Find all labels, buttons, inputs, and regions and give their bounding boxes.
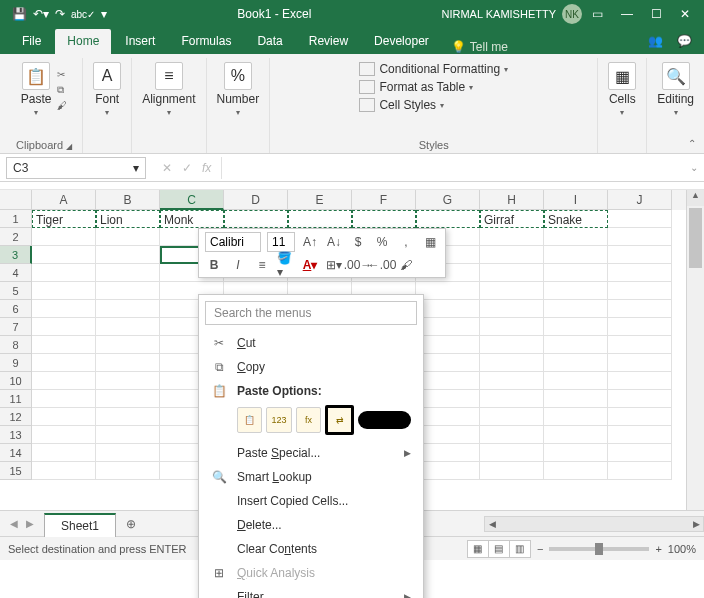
accounting-icon[interactable]: $: [349, 233, 367, 251]
minimize-icon[interactable]: —: [621, 7, 633, 21]
format-as-table[interactable]: Format as Table ▾: [359, 80, 508, 94]
new-sheet-icon[interactable]: ⊕: [116, 517, 146, 531]
view-buttons[interactable]: ▦▤▥: [468, 540, 531, 558]
bold-icon[interactable]: B: [205, 256, 223, 274]
col-header[interactable]: A: [32, 190, 96, 210]
col-header[interactable]: G: [416, 190, 480, 210]
col-header[interactable]: B: [96, 190, 160, 210]
scroll-up-icon[interactable]: ▲: [687, 190, 704, 206]
format-table-icon[interactable]: ▦: [421, 233, 439, 251]
tell-me[interactable]: 💡Tell me: [451, 40, 508, 54]
tab-developer[interactable]: Developer: [362, 29, 441, 54]
format-painter-icon[interactable]: 🖌: [57, 100, 67, 111]
fx-icon[interactable]: fx: [202, 161, 211, 175]
row-header[interactable]: 5: [0, 282, 32, 300]
expand-formula-bar-icon[interactable]: ⌄: [684, 162, 704, 173]
close-icon[interactable]: ✕: [680, 7, 690, 21]
menu-search[interactable]: Search the menus: [205, 301, 417, 325]
tab-review[interactable]: Review: [297, 29, 360, 54]
vertical-scrollbar[interactable]: ▲: [686, 190, 704, 510]
cell[interactable]: [416, 210, 480, 228]
cell[interactable]: Snake: [544, 210, 608, 228]
row-header[interactable]: 8: [0, 336, 32, 354]
row-header[interactable]: 1: [0, 210, 32, 228]
increase-decimal-icon[interactable]: .00→: [349, 256, 367, 274]
row-header[interactable]: 11: [0, 390, 32, 408]
cell[interactable]: Monk: [160, 210, 224, 228]
dialog-launcher-icon[interactable]: ◢: [66, 142, 72, 151]
col-header[interactable]: J: [608, 190, 672, 210]
menu-clear-contents[interactable]: Clear Contents: [199, 537, 423, 561]
tab-home[interactable]: Home: [55, 29, 111, 54]
fill-color-icon[interactable]: 🪣▾: [277, 256, 295, 274]
undo-icon[interactable]: ↶▾: [33, 7, 49, 21]
chevron-down-icon[interactable]: ▾: [133, 161, 139, 175]
prev-sheet-icon[interactable]: ◀: [10, 518, 18, 529]
user-avatar[interactable]: NK: [562, 4, 582, 24]
zoom-slider[interactable]: [549, 547, 649, 551]
next-sheet-icon[interactable]: ▶: [26, 518, 34, 529]
copy-icon[interactable]: ⧉: [57, 84, 67, 96]
formula-bar[interactable]: [221, 157, 684, 179]
row-header[interactable]: 2: [0, 228, 32, 246]
row-header[interactable]: 9: [0, 354, 32, 372]
col-header[interactable]: C: [160, 190, 224, 210]
tab-formulas[interactable]: Formulas: [169, 29, 243, 54]
cancel-entry-icon[interactable]: ✕: [162, 161, 172, 175]
zoom-out-icon[interactable]: −: [537, 543, 543, 555]
menu-copy[interactable]: ⧉Copy: [199, 355, 423, 379]
zoom-in-icon[interactable]: +: [655, 543, 661, 555]
menu-insert-copied[interactable]: Insert Copied Cells...: [199, 489, 423, 513]
horizontal-scrollbar[interactable]: ◀▶: [484, 516, 704, 532]
col-header[interactable]: D: [224, 190, 288, 210]
cell[interactable]: Lion: [96, 210, 160, 228]
font-color-icon[interactable]: A▾: [301, 256, 319, 274]
collapse-ribbon-icon[interactable]: ⌃: [688, 138, 696, 149]
paste-formulas-icon[interactable]: fx: [296, 407, 321, 433]
alignment-button[interactable]: ≡ Alignment▾: [142, 62, 195, 117]
conditional-formatting[interactable]: Conditional Formatting ▾: [359, 62, 508, 76]
spellcheck-icon[interactable]: abc✓: [71, 9, 95, 20]
row-header[interactable]: 13: [0, 426, 32, 444]
col-header[interactable]: I: [544, 190, 608, 210]
menu-cut[interactable]: ✂Cut: [199, 331, 423, 355]
cell[interactable]: [608, 210, 672, 228]
decrease-font-icon[interactable]: A↓: [325, 233, 343, 251]
col-header[interactable]: H: [480, 190, 544, 210]
tab-insert[interactable]: Insert: [113, 29, 167, 54]
cell[interactable]: [352, 210, 416, 228]
tab-file[interactable]: File: [10, 29, 53, 54]
cells-button[interactable]: ▦ Cells▾: [608, 62, 636, 117]
name-box[interactable]: C3▾: [6, 157, 146, 179]
col-header[interactable]: E: [288, 190, 352, 210]
font-name-input[interactable]: [205, 232, 261, 252]
menu-smart-lookup[interactable]: 🔍Smart Lookup: [199, 465, 423, 489]
share-icon[interactable]: 👥: [648, 34, 663, 48]
menu-delete[interactable]: Delete...: [199, 513, 423, 537]
paste-transpose-icon[interactable]: ⇄: [325, 405, 354, 435]
increase-font-icon[interactable]: A↑: [301, 233, 319, 251]
paste-all-icon[interactable]: 📋: [237, 407, 262, 433]
cut-icon[interactable]: ✂: [57, 69, 67, 80]
comments-icon[interactable]: 💬: [677, 34, 692, 48]
row-header[interactable]: 15: [0, 462, 32, 480]
col-header[interactable]: F: [352, 190, 416, 210]
row-header[interactable]: 12: [0, 408, 32, 426]
redo-icon[interactable]: ↷: [55, 7, 65, 21]
save-icon[interactable]: 💾: [12, 7, 27, 21]
zoom-level[interactable]: 100%: [668, 543, 696, 555]
font-button[interactable]: A Font▾: [93, 62, 121, 117]
row-header[interactable]: 4: [0, 264, 32, 282]
paste-values-icon[interactable]: 123: [266, 407, 291, 433]
align-icon[interactable]: ≡: [253, 256, 271, 274]
row-header[interactable]: 3: [0, 246, 32, 264]
number-button[interactable]: % Number▾: [217, 62, 260, 117]
cell[interactable]: [224, 210, 288, 228]
comma-icon[interactable]: ,: [397, 233, 415, 251]
borders-icon[interactable]: ⊞▾: [325, 256, 343, 274]
scroll-thumb[interactable]: [689, 208, 702, 268]
italic-icon[interactable]: I: [229, 256, 247, 274]
percent-icon[interactable]: %: [373, 233, 391, 251]
row-header[interactable]: 10: [0, 372, 32, 390]
tab-data[interactable]: Data: [245, 29, 294, 54]
